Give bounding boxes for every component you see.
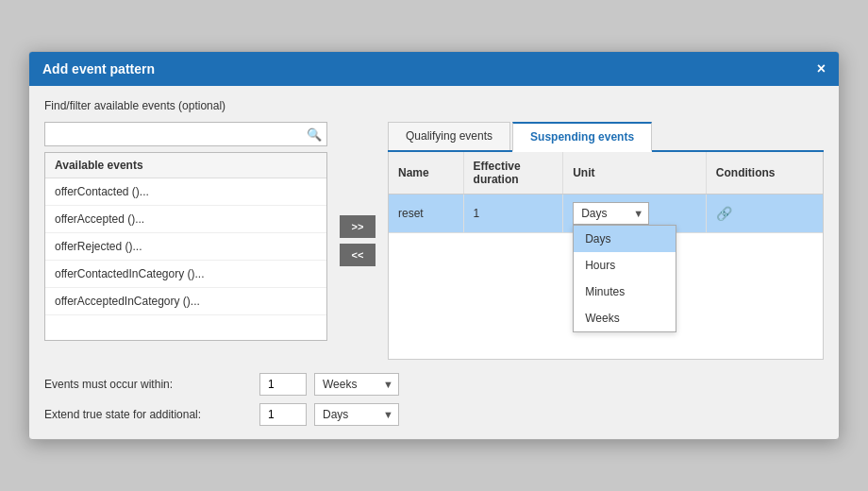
events-occur-unit-select[interactable]: Weeks Days Hours Minutes	[314, 373, 399, 396]
cell-effective-duration: 1	[463, 195, 563, 233]
list-item[interactable]: offerRejected ()...	[45, 233, 326, 261]
move-left-button[interactable]: <<	[340, 244, 376, 266]
col-unit: Unit	[563, 152, 707, 195]
unit-select-wrap: Days Hours Minutes Weeks ▼ Days	[573, 202, 649, 225]
events-table: Name Effectiveduration Unit Conditions r…	[389, 152, 823, 233]
find-filter-label: Find/filter available events (optional)	[44, 99, 824, 112]
unit-dropdown: Days Hours Minutes Weeks	[573, 225, 676, 332]
main-layout: 🔍 Available events offerContacted ()... …	[44, 122, 824, 360]
events-occur-input[interactable]	[259, 373, 307, 396]
search-input[interactable]	[44, 122, 327, 146]
modal-title: Add event pattern	[42, 61, 155, 76]
available-events-list: offerContacted ()... offerAccepted ()...…	[45, 178, 326, 335]
list-item[interactable]: offerAcceptedInCategory ()...	[45, 288, 326, 315]
table-row: reset 1 Days Hours Minutes Weeks	[389, 195, 823, 233]
events-occur-row: Events must occur within: Weeks Days Hou…	[44, 373, 824, 396]
available-events-box: Available events offerContacted ()... of…	[44, 152, 327, 341]
link-icon[interactable]: 🔗	[716, 206, 732, 221]
search-box: 🔍	[44, 122, 327, 146]
cell-conditions: 🔗	[706, 195, 823, 233]
events-table-wrap: Name Effectiveduration Unit Conditions r…	[388, 152, 824, 360]
list-item[interactable]: offerContacted ()...	[45, 178, 326, 206]
cell-name: reset	[389, 195, 463, 233]
dropdown-item-hours[interactable]: Hours	[574, 252, 676, 279]
extend-unit-wrap: Days Weeks Hours Minutes ▼	[314, 403, 399, 426]
cell-unit: Days Hours Minutes Weeks ▼ Days	[563, 195, 707, 233]
unit-select[interactable]: Days Hours Minutes Weeks	[573, 202, 649, 225]
extend-row: Extend true state for additional: Days W…	[44, 403, 824, 426]
modal-body: Find/filter available events (optional) …	[29, 86, 839, 439]
add-event-pattern-modal: Add event pattern × Find/filter availabl…	[28, 51, 840, 440]
list-item[interactable]: offerContactedInCategory ()...	[45, 261, 326, 288]
close-button[interactable]: ×	[817, 61, 826, 76]
col-effective-duration: Effectiveduration	[463, 152, 563, 195]
right-panel: Qualifying events Suspending events Name…	[388, 122, 824, 360]
col-conditions: Conditions	[706, 152, 823, 195]
modal-header: Add event pattern ×	[29, 52, 839, 86]
events-occur-label: Events must occur within:	[44, 378, 252, 391]
arrow-buttons: >> <<	[339, 122, 376, 360]
dropdown-item-days[interactable]: Days	[574, 226, 676, 252]
list-item[interactable]: offerAccepted ()...	[45, 206, 326, 233]
extend-input[interactable]	[259, 403, 307, 426]
move-right-button[interactable]: >>	[340, 215, 376, 238]
extend-label: Extend true state for additional:	[44, 408, 252, 421]
dropdown-item-minutes[interactable]: Minutes	[574, 279, 676, 305]
available-events-header: Available events	[45, 153, 326, 178]
col-name: Name	[389, 152, 463, 195]
extend-unit-select[interactable]: Days Weeks Hours Minutes	[314, 403, 399, 426]
search-icon: 🔍	[307, 127, 322, 142]
events-occur-unit-wrap: Weeks Days Hours Minutes ▼	[314, 373, 399, 396]
tab-suspending-events[interactable]: Suspending events	[512, 122, 652, 152]
tab-qualifying-events[interactable]: Qualifying events	[388, 122, 510, 150]
left-panel: 🔍 Available events offerContacted ()... …	[44, 122, 327, 360]
bottom-fields: Events must occur within: Weeks Days Hou…	[44, 373, 824, 426]
tabs: Qualifying events Suspending events	[388, 122, 824, 152]
dropdown-item-weeks[interactable]: Weeks	[574, 305, 676, 331]
